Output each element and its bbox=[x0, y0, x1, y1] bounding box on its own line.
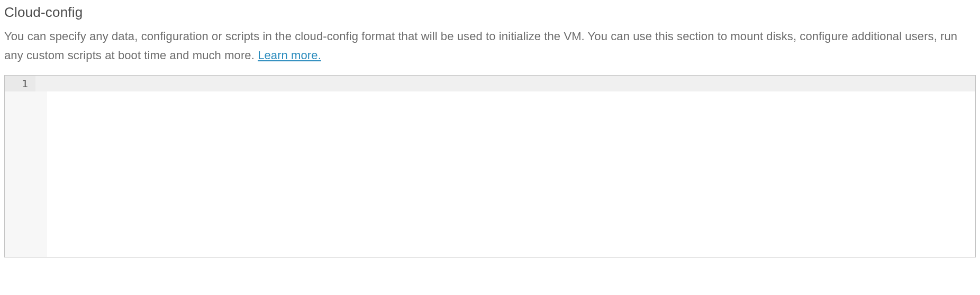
code-line-content[interactable] bbox=[47, 76, 975, 91]
line-number: 1 bbox=[5, 76, 35, 91]
editor-line-1: 1 bbox=[5, 76, 975, 91]
gutter-spacer bbox=[35, 76, 47, 91]
section-description: You can specify any data, configuration … bbox=[4, 27, 976, 66]
editor-gutter bbox=[5, 91, 47, 257]
section-title: Cloud-config bbox=[4, 4, 976, 21]
cloud-config-editor[interactable]: 1 bbox=[4, 75, 976, 257]
cloud-config-section: Cloud-config You can specify any data, c… bbox=[4, 4, 976, 257]
editor-body[interactable] bbox=[5, 91, 975, 257]
code-textarea[interactable] bbox=[47, 91, 975, 257]
learn-more-link[interactable]: Learn more. bbox=[258, 49, 321, 62]
description-text: You can specify any data, configuration … bbox=[4, 30, 957, 62]
